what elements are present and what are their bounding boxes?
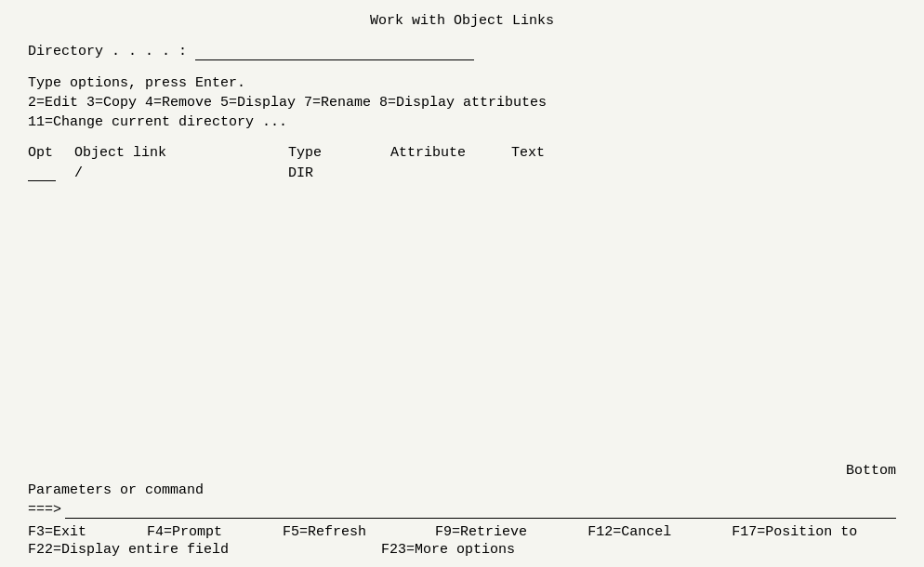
fkeys-row1: F3=Exit F4=Prompt F5=Refresh F9=Retrieve… (28, 524, 896, 540)
col-header-attribute: Attribute (390, 145, 511, 161)
cell-opt[interactable] (28, 165, 74, 181)
bottom-section: Bottom Parameters or command ===> F3=Exi… (0, 459, 924, 567)
f22-key[interactable]: F22=Display entire field (28, 542, 229, 558)
cmd-arrow: ===> (28, 502, 61, 518)
cell-type: DIR (288, 165, 390, 181)
table-header: Opt Object link Type Attribute Text (28, 145, 896, 161)
instructions-line3: 11=Change current directory ... (28, 114, 896, 130)
instructions-line2: 2=Edit 3=Copy 4=Remove 5=Display 7=Renam… (28, 95, 896, 111)
command-row: ===> (28, 500, 896, 519)
position-label: Bottom (28, 463, 896, 479)
col-header-opt: Opt (28, 145, 74, 161)
f23-key[interactable]: F23=More options (381, 542, 515, 558)
col-header-text: Text (511, 145, 651, 161)
f3-key[interactable]: F3=Exit (28, 524, 86, 540)
cell-object-link: / (74, 165, 288, 181)
directory-row: Directory . . . . : (28, 44, 896, 60)
f5-key[interactable]: F5=Refresh (283, 524, 366, 540)
col-header-type: Type (288, 145, 390, 161)
params-label: Parameters or command (28, 482, 896, 498)
col-header-object-link: Object link (74, 145, 288, 161)
main-screen: Work with Object Links Directory . . . .… (0, 0, 924, 567)
f17-key[interactable]: F17=Position to (732, 524, 857, 540)
fkeys-row2: F22=Display entire field F23=More option… (28, 542, 896, 558)
opt-input[interactable] (28, 165, 56, 181)
directory-label: Directory . . . . : (28, 44, 187, 59)
f4-key[interactable]: F4=Prompt (147, 524, 222, 540)
f9-key[interactable]: F9=Retrieve (435, 524, 527, 540)
instructions-line1: Type options, press Enter. (28, 75, 896, 91)
table-row: / DIR (28, 165, 896, 181)
command-input[interactable] (65, 500, 896, 519)
screen-title: Work with Object Links (28, 13, 896, 29)
directory-input[interactable] (195, 44, 474, 60)
f12-key[interactable]: F12=Cancel (587, 524, 671, 540)
